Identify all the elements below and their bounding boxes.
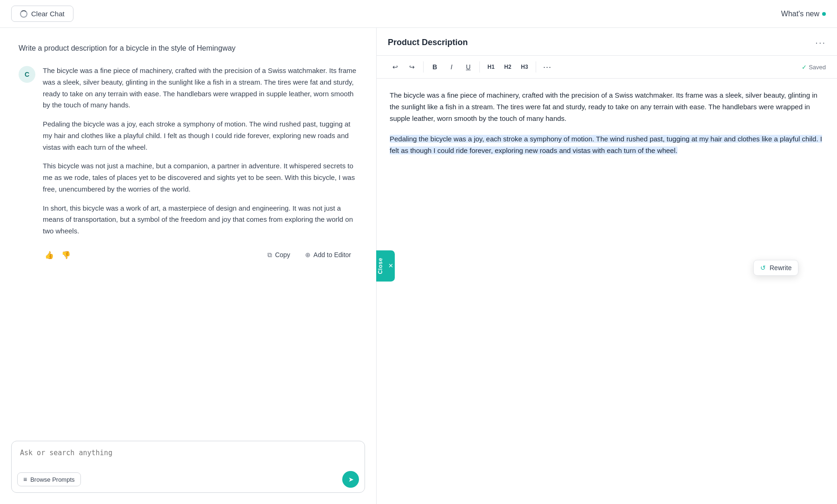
check-icon: ✓ <box>802 64 807 71</box>
chat-input-container: ≡ Browse Prompts ➤ <box>11 441 365 493</box>
send-button[interactable]: ➤ <box>342 471 359 488</box>
bold-button[interactable]: B <box>427 60 442 74</box>
clear-chat-button[interactable]: Clear Chat <box>11 6 73 22</box>
editor-content[interactable]: The bicycle was a fine piece of machiner… <box>377 79 837 504</box>
saved-label: Saved <box>809 64 826 71</box>
copy-button[interactable]: ⧉ Copy <box>261 248 297 262</box>
main-layout: ✕ Close Write a product description for … <box>0 28 837 504</box>
thumbs-up-icon: 👍 <box>45 251 54 259</box>
notification-dot <box>822 12 826 16</box>
toolbar-divider-3 <box>536 61 536 73</box>
highlighted-text: Pedaling the bicycle was a joy, each str… <box>390 135 822 154</box>
thumbs-down-button[interactable]: 👎 <box>60 249 73 261</box>
editor-panel: Product Description ··· ↩ ↪ B I U H1 H2 … <box>377 28 837 504</box>
close-tab-label: Close <box>377 258 384 274</box>
browse-prompts-icon: ≡ <box>23 476 27 483</box>
chat-messages: Write a product description for a bicycl… <box>0 28 376 433</box>
editor-menu-button[interactable]: ··· <box>815 37 826 48</box>
toolbar-divider-2 <box>479 61 480 73</box>
chat-panel: ✕ Close Write a product description for … <box>0 28 377 504</box>
add-to-editor-button[interactable]: ⊕ Add to Editor <box>299 248 358 262</box>
message-actions: 👍 👎 ⧉ Copy ⊕ <box>43 245 358 262</box>
user-message: Write a product description for a bicycl… <box>19 43 358 54</box>
saved-status: ✓ Saved <box>802 64 826 71</box>
send-icon: ➤ <box>348 476 354 483</box>
editor-paragraph-2: Pedaling the bicycle was a joy, each str… <box>390 133 824 157</box>
chat-input-footer: ≡ Browse Prompts ➤ <box>12 467 365 492</box>
editor-header: Product Description ··· <box>377 28 837 56</box>
refresh-icon <box>20 10 27 18</box>
rewrite-icon: ↺ <box>760 264 766 272</box>
editor-toolbar: ↩ ↪ B I U H1 H2 H3 ··· ✓ Saved <box>377 56 837 79</box>
add-to-editor-label: Add to Editor <box>313 251 351 259</box>
rewrite-popup[interactable]: ↺ Rewrite <box>753 260 798 276</box>
editor-title: Product Description <box>388 38 468 47</box>
underline-button[interactable]: U <box>461 60 476 74</box>
action-buttons: ⧉ Copy ⊕ Add to Editor <box>261 248 358 262</box>
copy-label: Copy <box>275 251 290 259</box>
vote-buttons: 👍 👎 <box>43 249 73 261</box>
ai-message: C The bicycle was a fine piece of machin… <box>19 65 358 262</box>
browse-prompts-button[interactable]: ≡ Browse Prompts <box>17 472 81 486</box>
avatar: C <box>19 66 35 83</box>
close-panel-tab[interactable]: ✕ Close <box>376 250 395 281</box>
browse-prompts-label: Browse Prompts <box>30 476 74 483</box>
add-to-editor-icon: ⊕ <box>305 251 311 259</box>
h3-button[interactable]: H3 <box>517 60 532 74</box>
chat-input-area: ≡ Browse Prompts ➤ <box>0 433 376 504</box>
ai-paragraph-2: Pedaling the bicycle was a joy, each str… <box>43 119 358 153</box>
h1-button[interactable]: H1 <box>484 60 498 74</box>
more-options-button[interactable]: ··· <box>540 60 555 74</box>
clear-chat-label: Clear Chat <box>31 10 65 18</box>
thumbs-down-icon: 👎 <box>61 251 71 259</box>
chat-input[interactable] <box>12 441 365 465</box>
topbar: Clear Chat What's new <box>0 0 837 28</box>
user-message-text: Write a product description for a bicycl… <box>19 43 358 54</box>
ai-paragraph-1: The bicycle was a fine piece of machiner… <box>43 65 358 111</box>
h2-button[interactable]: H2 <box>500 60 515 74</box>
editor-paragraph-1: The bicycle was a fine piece of machiner… <box>390 90 824 124</box>
ai-message-content: The bicycle was a fine piece of machiner… <box>43 65 358 262</box>
ai-paragraph-3: This bicycle was not just a machine, but… <box>43 160 358 195</box>
rewrite-label: Rewrite <box>770 264 791 272</box>
italic-button[interactable]: I <box>444 60 459 74</box>
undo-button[interactable]: ↩ <box>388 60 403 74</box>
whats-new-label: What's new <box>781 10 819 18</box>
copy-icon: ⧉ <box>267 251 272 259</box>
whats-new-button[interactable]: What's new <box>781 10 826 18</box>
redo-button[interactable]: ↪ <box>405 60 419 74</box>
thumbs-up-button[interactable]: 👍 <box>43 249 56 261</box>
toolbar-divider-1 <box>423 61 424 73</box>
ai-paragraph-4: In short, this bicycle was a work of art… <box>43 203 358 237</box>
